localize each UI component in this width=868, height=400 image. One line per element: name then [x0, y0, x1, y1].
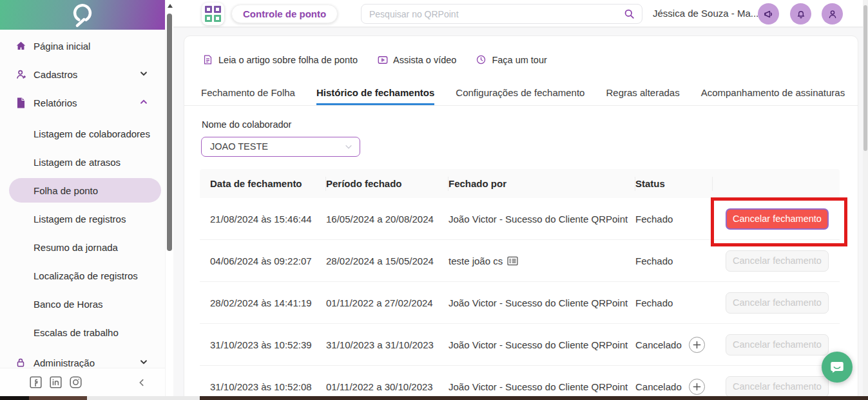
lock-icon [14, 356, 27, 369]
help-link-label: Leia o artigo sobre folha de ponto [218, 55, 358, 65]
cancel-closure-button-disabled: Cancelar fechamento [726, 334, 829, 355]
table-row: 21/08/2024 às 15:46:44 16/05/2024 a 20/0… [200, 198, 840, 240]
cell-status: Cancelado [635, 381, 682, 392]
cell-closed-by: teste joão cs [448, 255, 503, 266]
tour-clock-icon [476, 54, 487, 66]
expand-plus-icon[interactable] [689, 337, 705, 353]
strip-segment [87, 396, 200, 400]
chevron-up-icon [139, 97, 149, 108]
instagram-icon[interactable] [69, 375, 82, 389]
help-link-article[interactable]: Leia o artigo sobre folha de ponto [202, 54, 358, 66]
sidebar: Página inicial Cadastros Relatórios [0, 0, 165, 396]
sidebar-subitem-resumo-jornada[interactable]: Resumo da jornada [9, 235, 161, 259]
notifications-button[interactable] [790, 3, 811, 25]
sidebar-item-cadastros[interactable]: Cadastros [0, 63, 165, 86]
sidebar-item-label: Página inicial [34, 41, 90, 52]
help-link-tour[interactable]: Faça um tour [476, 54, 546, 66]
sidebar-subitem-banco-de-horas[interactable]: Banco de Horas [9, 292, 161, 316]
profile-button[interactable] [822, 3, 843, 25]
cell-period: 01/11/2022 a 30/10/2023 [326, 381, 448, 392]
sidebar-subitem-listagem-registros[interactable]: Listagem de registros [9, 206, 161, 231]
table-row: 04/06/2024 às 09:22:07 28/02/2024 a 15/0… [200, 240, 840, 282]
help-link-video[interactable]: Assista o vídeo [377, 54, 456, 66]
main-card: Leia o artigo sobre folha de ponto Assis… [184, 35, 858, 400]
cell-closed-by: João Victor - Sucesso do Cliente QRPoint [448, 214, 635, 225]
subitem-label: Escalas de trabalho [34, 327, 119, 338]
file-icon [14, 96, 27, 109]
sidebar-subitem-escalas-trabalho[interactable]: Escalas de trabalho [9, 320, 161, 345]
tabs: Fechamento de Folha Histórico de fechame… [184, 83, 858, 106]
sidebar-collapse-icon[interactable] [134, 375, 149, 390]
sidebar-logo-banner [0, 0, 165, 30]
page-scrollbar-thumb[interactable] [863, 5, 867, 151]
topbar: Controle de ponto Jéssica de Souza - Ma.… [173, 0, 868, 28]
cell-period: 31/10/2023 a 31/10/2023 [326, 339, 448, 350]
linkedin-icon[interactable] [49, 375, 63, 389]
search-icon[interactable] [623, 8, 635, 20]
help-links-row: Leia o artigo sobre folha de ponto Assis… [202, 54, 547, 66]
filter-label: Nome do colaborador [202, 119, 291, 130]
cell-closed-by: João Victor - Sucesso do Cliente QRPoint [448, 297, 635, 308]
sidebar-footer [0, 368, 165, 396]
collaborator-select[interactable]: JOAO TESTE [201, 137, 360, 157]
bottom-edge-strip [0, 396, 868, 400]
social-links [29, 375, 82, 389]
help-link-label: Faça um tour [492, 55, 546, 65]
closures-table: Data de fechamento Período fechado Fecha… [200, 169, 840, 400]
chevron-down-icon [344, 143, 353, 152]
announcements-button[interactable] [758, 3, 779, 25]
expand-plus-icon[interactable] [689, 379, 705, 395]
note-card-icon[interactable] [507, 256, 518, 266]
global-search [361, 4, 642, 24]
strip-segment [200, 396, 868, 400]
sidebar-item-label: Relatórios [34, 97, 77, 108]
subitem-label: Resumo da jornada [34, 242, 118, 253]
subitem-label: Listagem de colaboradores [34, 128, 150, 139]
sidebar-scrollbar-thumb[interactable] [167, 14, 172, 251]
subitem-label: Localização de registros [34, 270, 138, 281]
cancel-closure-button[interactable]: Cancelar fechamento [726, 208, 829, 230]
strip-segment [29, 396, 87, 400]
col-status: Status [635, 177, 713, 191]
tab-acompanhamento-de-assinaturas[interactable]: Acompanhamento de assinaturas [701, 83, 845, 105]
sidebar-subitem-listagem-atrasos[interactable]: Listagem de atrasos [9, 150, 161, 174]
tab-regras-alteradas[interactable]: Regras alteradas [606, 83, 679, 105]
sidebar-item-relatorios[interactable]: Relatórios [0, 91, 165, 114]
module-badge: Controle de ponto [231, 5, 338, 23]
qrpoint-app: Página inicial Cadastros Relatórios [0, 0, 868, 400]
subitem-label: Listagem de registros [34, 214, 126, 225]
chat-launcher-button[interactable] [822, 352, 853, 383]
cell-period: 28/02/2024 a 15/05/2024 [326, 255, 448, 266]
subitem-label: Banco de Horas [34, 299, 103, 310]
col-data-fechamento: Data de fechamento [210, 177, 326, 191]
megaphone-icon [763, 8, 775, 20]
cell-period: 16/05/2024 a 20/08/2024 [326, 214, 448, 225]
cancel-closure-button-disabled: Cancelar fechamento [726, 250, 829, 272]
qrpoint-logo-icon [69, 1, 96, 28]
app-grid-icon[interactable] [202, 3, 224, 25]
user-menu[interactable]: Jéssica de Souza - Ma... [653, 8, 758, 19]
sidebar-subitem-listagem-colaboradores[interactable]: Listagem de colaboradores [9, 121, 161, 146]
cancel-closure-button-disabled: Cancelar fechamento [726, 292, 829, 314]
sidebar-item-pagina-inicial[interactable]: Página inicial [0, 34, 165, 57]
person-icon [827, 8, 838, 20]
table-header: Data de fechamento Período fechado Fecha… [200, 169, 840, 198]
cell-closed-at: 31/10/2023 às 10:52:39 [210, 339, 326, 350]
chevron-down-icon [139, 357, 149, 368]
tab-historico-de-fechamentos[interactable]: Histórico de fechamentos [316, 83, 434, 105]
sidebar-subitem-folha-de-ponto[interactable]: Folha de ponto [9, 178, 161, 203]
grid-square [214, 15, 221, 22]
search-input[interactable] [369, 5, 621, 23]
cell-status: Cancelado [635, 339, 682, 350]
tab-fechamento-de-folha[interactable]: Fechamento de Folha [201, 83, 295, 105]
subitem-label: Listagem de atrasos [34, 157, 121, 168]
scrollbar-up-arrow-icon[interactable] [168, 4, 173, 8]
subitem-label: Folha de ponto [34, 185, 98, 196]
sidebar-item-label: Cadastros [34, 69, 77, 80]
facebook-icon[interactable] [29, 375, 43, 389]
cell-closed-at: 04/06/2024 às 09:22:07 [210, 255, 326, 266]
tab-configuracoes-de-fechamento[interactable]: Configurações de fechamento [456, 83, 584, 105]
video-icon [377, 54, 389, 66]
col-fechado-por: Fechado por [448, 177, 635, 191]
sidebar-subitem-localizacao-registros[interactable]: Localização de registros [9, 263, 161, 288]
